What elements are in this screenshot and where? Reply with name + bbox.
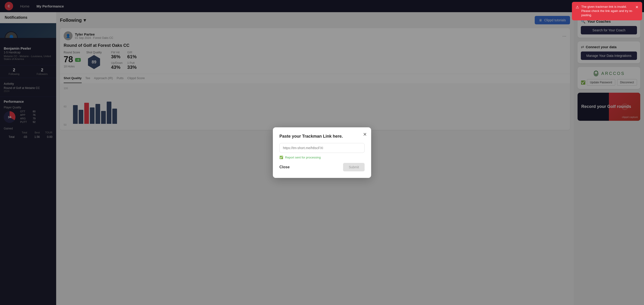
warning-icon: ⚠ [576,5,579,10]
modal-actions: Close Submit [280,163,364,171]
error-message: The given trackman link is invalid. Plea… [581,5,633,18]
trackman-link-input[interactable] [280,143,364,153]
error-close-button[interactable]: ✕ [635,5,638,10]
modal-close-button[interactable]: Close [280,165,290,169]
modal-overlay: Paste your Trackman Link here. ✕ ✅ Repor… [0,0,644,305]
modal-submit-button[interactable]: Submit [343,163,364,171]
modal-close-icon-button[interactable]: ✕ [363,132,367,137]
modal-title: Paste your Trackman Link here. [280,134,364,139]
check-icon: ✅ [280,156,283,159]
trackman-modal: Paste your Trackman Link here. ✕ ✅ Repor… [273,127,371,178]
error-banner: ⚠ The given trackman link is invalid. Pl… [572,2,642,20]
modal-success-message: ✅ Report sent for processing [280,156,364,159]
